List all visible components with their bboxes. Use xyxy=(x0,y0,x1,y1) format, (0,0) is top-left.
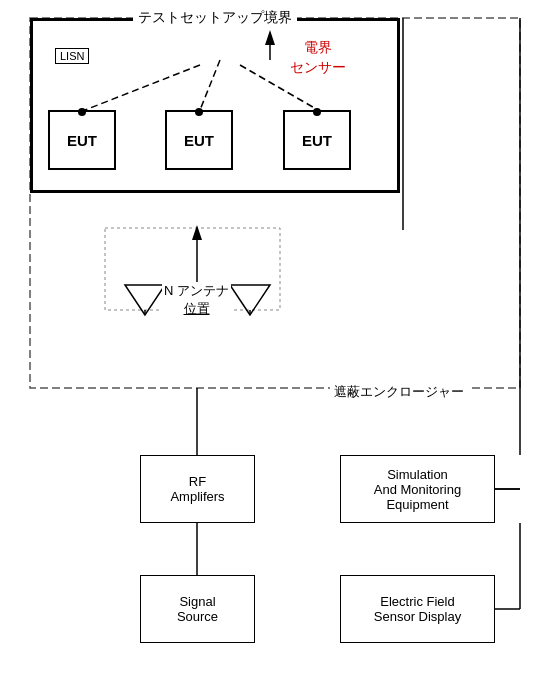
shielded-enclosure-label: 遮蔽エンクロージャー xyxy=(330,383,468,401)
eut-box-2: EUT xyxy=(165,110,233,170)
shielded-text: 遮蔽エンクロージャー xyxy=(334,384,464,399)
eut2-label: EUT xyxy=(184,132,214,149)
rf-amplifiers-label: RFAmplifers xyxy=(170,474,224,504)
lisn-box: LISN xyxy=(55,48,89,64)
svg-marker-14 xyxy=(192,225,202,240)
test-boundary-label: テストセットアップ境界 xyxy=(133,9,297,27)
antenna-n-text: N アンテナ位置 xyxy=(164,283,229,316)
eut-box-3: EUT xyxy=(283,110,351,170)
eut1-dot xyxy=(78,108,86,116)
signal-source-box: SignalSource xyxy=(140,575,255,643)
eut3-dot xyxy=(313,108,321,116)
sensor-text: 電界センサー xyxy=(290,39,346,75)
sensor-label: 電界センサー xyxy=(290,38,346,77)
svg-marker-10 xyxy=(230,285,270,315)
ef-display-label: Electric FieldSensor Display xyxy=(374,594,461,624)
signal-source-label: SignalSource xyxy=(177,594,218,624)
simulation-box: SimulationAnd MonitoringEquipment xyxy=(340,455,495,523)
rf-amplifiers-box: RFAmplifers xyxy=(140,455,255,523)
eut-box-1: EUT xyxy=(48,110,116,170)
diagram-container: テストセットアップ境界 LISN EUT EUT EUT 電界センサー N アン… xyxy=(0,0,558,686)
antenna-n-label: N アンテナ位置 xyxy=(162,282,231,318)
eut1-label: EUT xyxy=(67,132,97,149)
lisn-label: LISN xyxy=(60,50,84,62)
simulation-label: SimulationAnd MonitoringEquipment xyxy=(374,467,461,512)
eut2-dot xyxy=(195,108,203,116)
eut3-label: EUT xyxy=(302,132,332,149)
svg-marker-8 xyxy=(125,285,165,315)
ef-display-box: Electric FieldSensor Display xyxy=(340,575,495,643)
